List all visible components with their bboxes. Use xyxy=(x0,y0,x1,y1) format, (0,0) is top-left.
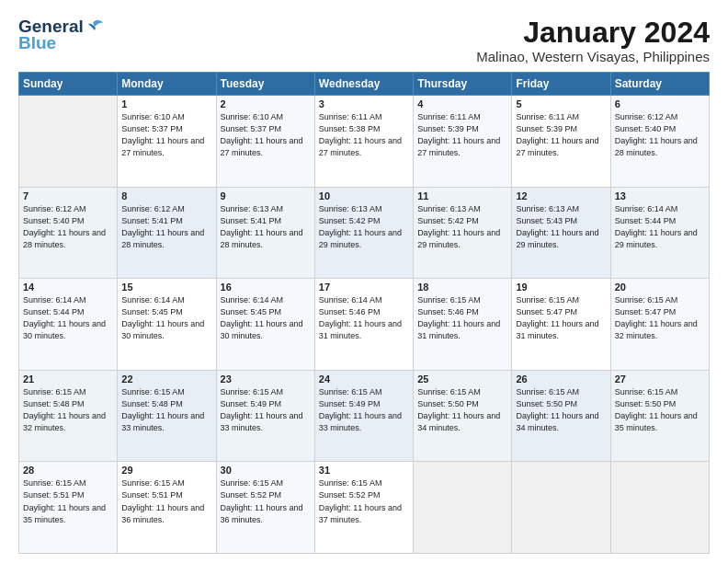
day-info: Sunrise: 6:15 AM Sunset: 5:49 PM Dayligh… xyxy=(221,386,311,434)
day-info: Sunrise: 6:15 AM Sunset: 5:50 PM Dayligh… xyxy=(615,386,705,434)
header-thursday: Thursday xyxy=(414,73,512,96)
day-number: 17 xyxy=(319,282,409,293)
day-info: Sunrise: 6:14 AM Sunset: 5:45 PM Dayligh… xyxy=(121,294,211,342)
day-info: Sunrise: 6:12 AM Sunset: 5:41 PM Dayligh… xyxy=(121,203,211,251)
calendar-week-row: 21 Sunrise: 6:15 AM Sunset: 5:48 PM Dayl… xyxy=(19,370,710,462)
day-number: 13 xyxy=(615,190,705,201)
day-number: 24 xyxy=(319,373,409,385)
table-row: 30 Sunrise: 6:15 AM Sunset: 5:52 PM Dayl… xyxy=(216,462,314,554)
table-row: 2 Sunrise: 6:10 AM Sunset: 5:37 PM Dayli… xyxy=(216,96,314,188)
day-info: Sunrise: 6:11 AM Sunset: 5:38 PM Dayligh… xyxy=(319,111,409,159)
calendar-week-row: 28 Sunrise: 6:15 AM Sunset: 5:51 PM Dayl… xyxy=(19,462,710,554)
day-number: 6 xyxy=(615,98,705,109)
day-number: 14 xyxy=(23,282,113,293)
day-info: Sunrise: 6:15 AM Sunset: 5:51 PM Dayligh… xyxy=(121,477,211,525)
day-info: Sunrise: 6:10 AM Sunset: 5:37 PM Dayligh… xyxy=(121,111,211,159)
day-number: 25 xyxy=(417,373,507,385)
calendar-table: Sunday Monday Tuesday Wednesday Thursday… xyxy=(18,72,710,554)
day-info: Sunrise: 6:12 AM Sunset: 5:40 PM Dayligh… xyxy=(615,111,705,159)
table-row: 4 Sunrise: 6:11 AM Sunset: 5:39 PM Dayli… xyxy=(414,96,512,188)
day-number: 15 xyxy=(121,282,211,293)
header-wednesday: Wednesday xyxy=(314,73,413,96)
logo-bird-icon xyxy=(85,19,104,34)
day-number: 5 xyxy=(516,98,606,109)
table-row: 3 Sunrise: 6:11 AM Sunset: 5:38 PM Dayli… xyxy=(314,96,413,188)
day-info: Sunrise: 6:11 AM Sunset: 5:39 PM Dayligh… xyxy=(417,111,507,159)
logo-blue: Blue xyxy=(18,33,56,53)
table-row: 17 Sunrise: 6:14 AM Sunset: 5:46 PM Dayl… xyxy=(314,279,413,371)
day-number: 8 xyxy=(121,190,211,201)
title-block: January 2024 Malinao, Western Visayas, P… xyxy=(476,17,710,64)
day-number: 28 xyxy=(23,465,113,476)
day-number: 11 xyxy=(417,190,507,201)
day-number: 12 xyxy=(516,190,606,201)
table-row: 8 Sunrise: 6:12 AM Sunset: 5:41 PM Dayli… xyxy=(118,187,216,279)
day-info: Sunrise: 6:14 AM Sunset: 5:45 PM Dayligh… xyxy=(221,294,311,342)
table-row: 19 Sunrise: 6:15 AM Sunset: 5:47 PM Dayl… xyxy=(512,279,610,371)
page-header: General Blue January 2024 Malinao, Weste… xyxy=(18,17,710,64)
day-number: 26 xyxy=(516,373,606,385)
table-row xyxy=(512,462,610,554)
header-friday: Friday xyxy=(512,73,610,96)
table-row: 12 Sunrise: 6:13 AM Sunset: 5:43 PM Dayl… xyxy=(512,187,610,279)
day-number: 27 xyxy=(615,373,705,385)
header-monday: Monday xyxy=(118,73,216,96)
table-row: 1 Sunrise: 6:10 AM Sunset: 5:37 PM Dayli… xyxy=(118,96,216,188)
table-row: 5 Sunrise: 6:11 AM Sunset: 5:39 PM Dayli… xyxy=(512,96,610,188)
day-number: 31 xyxy=(319,465,409,476)
header-sunday: Sunday xyxy=(19,73,118,96)
table-row: 22 Sunrise: 6:15 AM Sunset: 5:48 PM Dayl… xyxy=(118,370,216,462)
day-number: 30 xyxy=(221,465,311,476)
day-info: Sunrise: 6:15 AM Sunset: 5:47 PM Dayligh… xyxy=(516,294,606,342)
day-info: Sunrise: 6:15 AM Sunset: 5:49 PM Dayligh… xyxy=(319,386,409,434)
table-row: 7 Sunrise: 6:12 AM Sunset: 5:40 PM Dayli… xyxy=(19,187,118,279)
day-number: 9 xyxy=(221,190,311,201)
calendar-week-row: 14 Sunrise: 6:14 AM Sunset: 5:44 PM Dayl… xyxy=(19,279,710,371)
day-number: 4 xyxy=(417,98,507,109)
table-row: 11 Sunrise: 6:13 AM Sunset: 5:42 PM Dayl… xyxy=(414,187,512,279)
day-number: 18 xyxy=(417,282,507,293)
table-row: 6 Sunrise: 6:12 AM Sunset: 5:40 PM Dayli… xyxy=(610,96,709,188)
day-number: 29 xyxy=(121,465,211,476)
table-row xyxy=(414,462,512,554)
table-row: 16 Sunrise: 6:14 AM Sunset: 5:45 PM Dayl… xyxy=(216,279,314,371)
day-info: Sunrise: 6:13 AM Sunset: 5:43 PM Dayligh… xyxy=(516,203,606,251)
calendar-title: January 2024 xyxy=(476,17,710,49)
table-row: 25 Sunrise: 6:15 AM Sunset: 5:50 PM Dayl… xyxy=(414,370,512,462)
table-row: 28 Sunrise: 6:15 AM Sunset: 5:51 PM Dayl… xyxy=(19,462,118,554)
day-info: Sunrise: 6:13 AM Sunset: 5:42 PM Dayligh… xyxy=(417,203,507,251)
table-row: 15 Sunrise: 6:14 AM Sunset: 5:45 PM Dayl… xyxy=(118,279,216,371)
day-info: Sunrise: 6:14 AM Sunset: 5:44 PM Dayligh… xyxy=(615,203,705,251)
table-row: 27 Sunrise: 6:15 AM Sunset: 5:50 PM Dayl… xyxy=(610,370,709,462)
table-row: 21 Sunrise: 6:15 AM Sunset: 5:48 PM Dayl… xyxy=(19,370,118,462)
day-info: Sunrise: 6:15 AM Sunset: 5:48 PM Dayligh… xyxy=(23,386,113,434)
table-row: 9 Sunrise: 6:13 AM Sunset: 5:41 PM Dayli… xyxy=(216,187,314,279)
table-row: 29 Sunrise: 6:15 AM Sunset: 5:51 PM Dayl… xyxy=(118,462,216,554)
table-row: 26 Sunrise: 6:15 AM Sunset: 5:50 PM Dayl… xyxy=(512,370,610,462)
day-number: 23 xyxy=(221,373,311,385)
calendar-subtitle: Malinao, Western Visayas, Philippines xyxy=(476,49,710,64)
table-row xyxy=(610,462,709,554)
day-info: Sunrise: 6:15 AM Sunset: 5:48 PM Dayligh… xyxy=(121,386,211,434)
header-tuesday: Tuesday xyxy=(216,73,314,96)
table-row: 14 Sunrise: 6:14 AM Sunset: 5:44 PM Dayl… xyxy=(19,279,118,371)
day-info: Sunrise: 6:14 AM Sunset: 5:44 PM Dayligh… xyxy=(23,294,113,342)
day-info: Sunrise: 6:13 AM Sunset: 5:42 PM Dayligh… xyxy=(319,203,409,251)
day-number: 16 xyxy=(221,282,311,293)
day-number: 21 xyxy=(23,373,113,385)
table-row: 13 Sunrise: 6:14 AM Sunset: 5:44 PM Dayl… xyxy=(610,187,709,279)
day-info: Sunrise: 6:15 AM Sunset: 5:51 PM Dayligh… xyxy=(23,477,113,525)
table-row: 20 Sunrise: 6:15 AM Sunset: 5:47 PM Dayl… xyxy=(610,279,709,371)
day-info: Sunrise: 6:15 AM Sunset: 5:52 PM Dayligh… xyxy=(221,477,311,525)
calendar-week-row: 7 Sunrise: 6:12 AM Sunset: 5:40 PM Dayli… xyxy=(19,187,710,279)
table-row: 10 Sunrise: 6:13 AM Sunset: 5:42 PM Dayl… xyxy=(314,187,413,279)
day-info: Sunrise: 6:14 AM Sunset: 5:46 PM Dayligh… xyxy=(319,294,409,342)
day-info: Sunrise: 6:12 AM Sunset: 5:40 PM Dayligh… xyxy=(23,203,113,251)
calendar-week-row: 1 Sunrise: 6:10 AM Sunset: 5:37 PM Dayli… xyxy=(19,96,710,188)
day-info: Sunrise: 6:15 AM Sunset: 5:50 PM Dayligh… xyxy=(516,386,606,434)
table-row xyxy=(19,96,118,188)
table-row: 23 Sunrise: 6:15 AM Sunset: 5:49 PM Dayl… xyxy=(216,370,314,462)
day-number: 19 xyxy=(516,282,606,293)
day-info: Sunrise: 6:10 AM Sunset: 5:37 PM Dayligh… xyxy=(221,111,311,159)
day-number: 3 xyxy=(319,98,409,109)
